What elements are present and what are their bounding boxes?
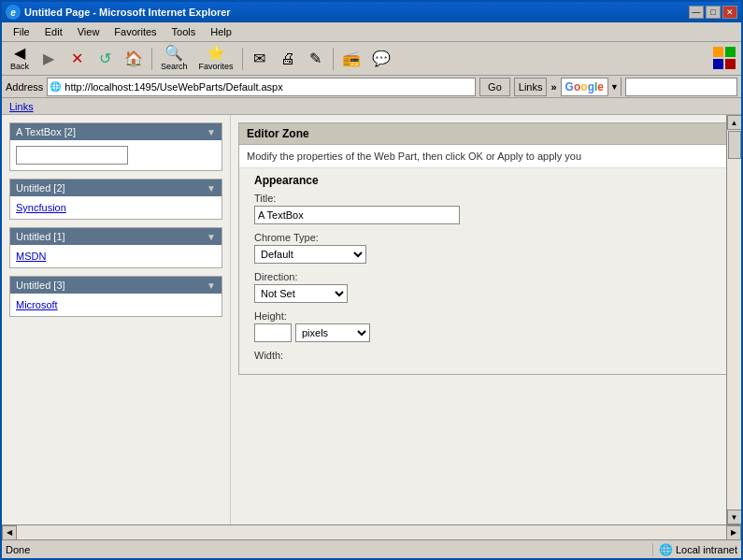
stop-button[interactable]: ✕ xyxy=(64,45,90,73)
links-button[interactable]: Links xyxy=(514,78,548,96)
favorites-label: Favorites xyxy=(199,62,234,71)
ie-window: e Untitled Page - Microsoft Internet Exp… xyxy=(0,0,743,560)
back-button[interactable]: ◀ Back xyxy=(6,45,34,73)
chrome-type-select[interactable]: Default None Title and Border Title Only… xyxy=(254,245,366,264)
webpart-textbox: A TextBox [2] ▼ xyxy=(9,122,222,171)
scroll-thumb[interactable] xyxy=(728,131,741,159)
status-text: Done xyxy=(6,544,649,555)
google-label: Google xyxy=(562,80,607,93)
webpart-msdn-link[interactable]: MSDN xyxy=(16,251,46,262)
close-button[interactable]: ✕ xyxy=(722,6,737,19)
direction-label: Direction: xyxy=(254,271,718,282)
address-input[interactable] xyxy=(63,81,475,93)
hscroll-left-button[interactable]: ◀ xyxy=(2,525,17,540)
address-input-wrap: 🌐 xyxy=(47,78,476,96)
width-label: Width: xyxy=(254,350,718,361)
google-dropdown-button[interactable]: ▼ xyxy=(607,78,621,96)
favorites-button[interactable]: ⭐ Favorites xyxy=(194,45,238,73)
webpart-microsoft-header[interactable]: Untitled [3] ▼ xyxy=(10,277,221,294)
toolbar-sep-2 xyxy=(242,48,243,70)
editor-zone-title: Editor Zone xyxy=(239,123,733,145)
mail-icon: ✉ xyxy=(253,51,265,66)
height-unit-select[interactable]: pixels percent xyxy=(295,323,370,342)
toolbar-sep-1 xyxy=(151,48,152,70)
print-button[interactable]: 🖨 xyxy=(275,45,301,73)
menu-view[interactable]: View xyxy=(70,24,107,39)
webpart-syncfusion-link[interactable]: Syncfusion xyxy=(16,202,66,213)
media-icon: 📻 xyxy=(342,51,361,66)
scroll-up-button[interactable]: ▲ xyxy=(727,115,742,130)
webpart-textbox-header[interactable]: A TextBox [2] ▼ xyxy=(10,123,221,140)
zone-icon: 🌐 xyxy=(659,543,673,556)
toolbar-sep-links: » xyxy=(550,81,556,93)
home-icon: 🏠 xyxy=(124,51,143,66)
webpart-textbox-menu-icon[interactable]: ▼ xyxy=(207,127,216,137)
zone-label: Local intranet xyxy=(676,544,737,555)
left-panel: A TextBox [2] ▼ Untitled [2] ▼ Syncfusio… xyxy=(2,115,231,524)
print-icon: 🖨 xyxy=(280,51,295,66)
webpart-syncfusion-header[interactable]: Untitled [2] ▼ xyxy=(10,179,221,196)
links-bar-link[interactable]: Links xyxy=(9,101,34,112)
webpart-textbox-body xyxy=(10,140,221,170)
forward-icon: ▶ xyxy=(43,51,54,66)
webpart-microsoft-link[interactable]: Microsoft xyxy=(16,299,58,310)
editor-zone-desc: Modify the properties of the Web Part, t… xyxy=(239,145,733,168)
status-bar: Done 🌐 Local intranet xyxy=(2,539,741,558)
refresh-icon: ↺ xyxy=(99,51,111,66)
direction-select[interactable]: Not Set Left to Right Right to Left xyxy=(254,284,348,303)
menu-edit[interactable]: Edit xyxy=(37,24,70,39)
page-icon: 🌐 xyxy=(48,81,63,92)
forward-button[interactable]: ▶ xyxy=(36,45,62,73)
messenger-button[interactable]: 💬 xyxy=(367,45,395,73)
webpart-syncfusion-title: Untitled [2] xyxy=(16,182,65,194)
google-search-wrap: Google ▼ xyxy=(561,78,622,96)
height-input-group: pixels percent xyxy=(254,323,718,342)
webpart-syncfusion-menu-icon[interactable]: ▼ xyxy=(207,183,216,194)
refresh-button[interactable]: ↺ xyxy=(92,45,118,73)
toolbar-sep-3 xyxy=(333,48,334,70)
svg-rect-0 xyxy=(713,47,723,57)
go-button[interactable]: Go xyxy=(479,78,510,96)
back-label: Back xyxy=(10,62,29,71)
media-button[interactable]: 📻 xyxy=(337,45,365,73)
g3: o xyxy=(580,80,587,93)
title-input[interactable] xyxy=(254,206,460,224)
messenger-icon: 💬 xyxy=(372,51,391,66)
webpart-microsoft-menu-icon[interactable]: ▼ xyxy=(207,280,216,291)
links-bar: Links xyxy=(2,98,741,115)
mail-button[interactable]: ✉ xyxy=(247,45,273,73)
scroll-down-button[interactable]: ▼ xyxy=(727,510,742,524)
search-button[interactable]: 🔍 Search xyxy=(156,45,193,73)
height-value-input[interactable] xyxy=(254,323,292,342)
maximize-button[interactable]: □ xyxy=(706,6,721,19)
menu-file[interactable]: File xyxy=(6,24,37,39)
height-field-group: Height: pixels percent xyxy=(254,310,718,342)
scroll-track xyxy=(727,130,742,510)
hscroll-right-button[interactable]: ▶ xyxy=(726,525,741,540)
webpart-textbox-input[interactable] xyxy=(16,146,128,165)
ie-logo-icon: e xyxy=(6,5,21,20)
webpart-syncfusion-body: Syncfusion xyxy=(10,196,221,219)
menu-tools[interactable]: Tools xyxy=(164,24,204,39)
webpart-msdn-header[interactable]: Untitled [1] ▼ xyxy=(10,228,221,245)
menu-help[interactable]: Help xyxy=(203,24,239,39)
google-search-input[interactable] xyxy=(625,78,737,96)
g4: g xyxy=(588,80,594,93)
vertical-scrollbar: ▲ ▼ xyxy=(726,115,741,524)
svg-rect-1 xyxy=(725,47,736,57)
webpart-msdn-menu-icon[interactable]: ▼ xyxy=(207,232,216,242)
title-bar: e Untitled Page - Microsoft Internet Exp… xyxy=(2,2,741,22)
edit-icon: ✎ xyxy=(309,51,321,66)
chrome-type-field-group: Chrome Type: Default None Title and Bord… xyxy=(254,232,718,264)
menu-bar: File Edit View Favorites Tools Help xyxy=(2,22,741,42)
editor-zone: Editor Zone Modify the properties of the… xyxy=(238,122,734,375)
menu-favorites[interactable]: Favorites xyxy=(107,24,164,39)
edit-button[interactable]: ✎ xyxy=(303,45,329,73)
home-button[interactable]: 🏠 xyxy=(120,45,148,73)
minimize-button[interactable]: — xyxy=(689,6,704,19)
address-label: Address xyxy=(6,81,43,93)
webpart-microsoft-body: Microsoft xyxy=(10,294,221,316)
editor-appearance-section: Appearance Title: Chrome Type: Default N… xyxy=(239,168,733,374)
direction-field-group: Direction: Not Set Left to Right Right t… xyxy=(254,271,718,303)
toolbar: ◀ Back ▶ ✕ ↺ 🏠 🔍 Search ⭐ Favorites xyxy=(2,42,741,76)
